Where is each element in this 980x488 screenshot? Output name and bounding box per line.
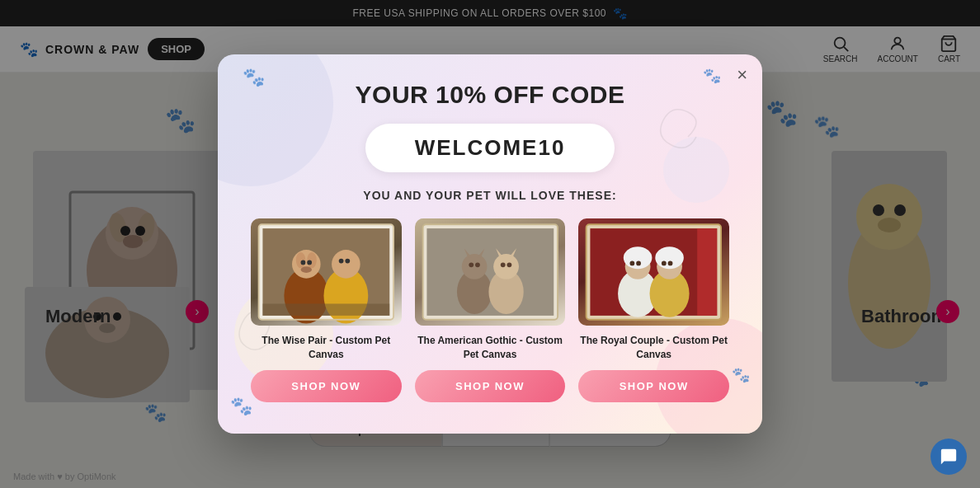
discount-code-box: WELCOME10 <box>365 124 615 172</box>
modal-close-button[interactable]: × <box>737 66 747 84</box>
svg-rect-38 <box>426 228 554 316</box>
modal-swirl-1 <box>655 104 721 170</box>
product-name-1: The American Gothic - Custom Pet Canvas <box>415 334 566 362</box>
svg-point-63 <box>668 261 673 266</box>
svg-point-32 <box>332 250 360 279</box>
svg-point-44 <box>475 262 480 267</box>
modal-paw-1: 🐾 <box>243 67 265 88</box>
svg-point-29 <box>307 260 312 265</box>
modal-bg-shape-1 <box>218 54 333 186</box>
svg-point-28 <box>301 260 306 265</box>
product-card-2: The Royal Couple - Custom Pet Canvas SHO… <box>578 218 729 402</box>
product-name-0: The Wise Pair - Custom Pet Canvas <box>251 334 402 362</box>
svg-point-27 <box>307 252 317 268</box>
svg-point-58 <box>637 261 642 266</box>
svg-point-40 <box>461 254 487 279</box>
svg-rect-64 <box>698 228 718 316</box>
svg-point-30 <box>301 266 312 273</box>
shop-now-button-2[interactable]: SHOP NOW <box>578 370 729 402</box>
modal-paw-3: 🐾 <box>230 396 252 417</box>
chat-icon <box>940 448 958 466</box>
shop-now-button-1[interactable]: SHOP NOW <box>415 370 566 402</box>
product-name-2: The Royal Couple - Custom Pet Canvas <box>578 334 729 362</box>
modal-subtitle: YOU AND YOUR PET WILL LOVE THESE: <box>363 189 616 202</box>
svg-point-57 <box>630 261 635 266</box>
svg-point-43 <box>469 262 474 267</box>
product-card-0: The Wise Pair - Custom Pet Canvas SHOP N… <box>251 218 402 402</box>
modal-paw-2: 🐾 <box>703 67 721 85</box>
svg-point-46 <box>493 254 519 279</box>
svg-point-50 <box>506 262 511 267</box>
chat-bubble[interactable] <box>931 439 967 475</box>
svg-point-25 <box>292 250 321 279</box>
product-image-0 <box>251 218 402 326</box>
discount-modal: 🐾 🐾 🐾 🐾 × YOUR 10% OFF CODE WELCOME10 YO… <box>218 54 762 434</box>
shop-now-button-0[interactable]: SHOP NOW <box>251 370 402 402</box>
svg-rect-35 <box>262 303 389 315</box>
svg-point-62 <box>662 261 667 266</box>
svg-point-33 <box>339 259 344 264</box>
product-image-2 <box>578 218 729 326</box>
modal-title: YOUR 10% OFF CODE <box>356 81 625 109</box>
product-image-1 <box>415 218 566 326</box>
products-row: The Wise Pair - Custom Pet Canvas SHOP N… <box>251 218 729 402</box>
modal-paw-4: 🐾 <box>732 366 750 384</box>
svg-point-49 <box>501 262 506 267</box>
svg-point-34 <box>345 259 350 264</box>
product-card-1: The American Gothic - Custom Pet Canvas … <box>415 218 566 402</box>
svg-point-26 <box>296 252 306 268</box>
